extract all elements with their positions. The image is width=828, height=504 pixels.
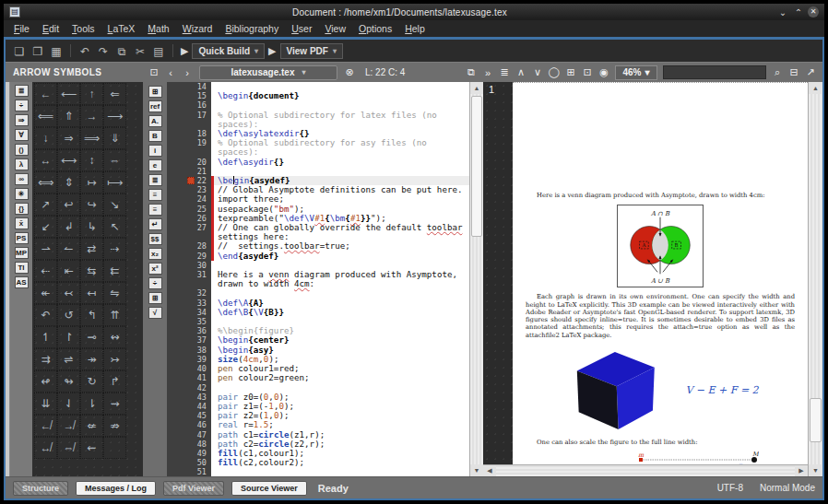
line-number-gutter[interactable]: 48 [167,440,211,449]
arrow-symbol[interactable]: ↠ [80,348,103,370]
arrow-symbol[interactable]: ↮ [34,437,57,459]
line-number-gutter[interactable]: 17 [167,111,211,129]
pdf-scroll-track[interactable] [809,94,822,464]
arrow-symbol[interactable]: ⟷ [57,149,80,171]
arrow-symbol[interactable]: ⟸ [34,105,57,127]
code-line[interactable]: 43pair z0=(0,0); [167,393,469,402]
minimize-button[interactable]: ⌄ [776,7,789,18]
scroll-up-icon[interactable]: ▲ [474,82,480,94]
code-line[interactable]: 38\begin{asy} [167,346,469,355]
accents-icon[interactable]: x̄ [15,217,29,229]
arrow-symbol[interactable]: ↼ [57,238,80,260]
fit-page-icon[interactable]: ⊡ [580,66,595,78]
line-number-gutter[interactable]: 43 [167,393,211,402]
arrow-symbol[interactable]: ↰ [80,304,103,326]
code-line[interactable]: 35 [167,317,469,326]
code-line[interactable]: 39size(4cm,0); [167,355,469,364]
menu-help[interactable]: Help [398,23,432,34]
arrow-symbol[interactable]: ⟶ [103,105,126,127]
ref-icon[interactable]: ref [148,100,162,112]
arrow-symbol[interactable]: ⟼ [103,171,126,193]
description-icon[interactable]: ≡ [148,204,162,216]
open-file-selector[interactable]: latexusage.tex ▾ [199,65,337,80]
misc-text-symbols-icon[interactable]: ∞ [15,173,29,185]
line-number-gutter[interactable]: 46 [167,420,211,429]
line-number-gutter[interactable]: 40 [167,364,211,373]
relation-symbols-icon[interactable]: ÷ [15,100,29,111]
overflow-chevron-icon[interactable]: » [480,67,495,78]
line-number-gutter[interactable]: 30 [167,261,211,270]
code-line[interactable]: 24import three; [167,194,469,204]
structure-panel-icon[interactable]: ≣ [15,85,29,97]
scroll-up-icon[interactable]: ▲ [812,82,819,94]
code-editor[interactable]: 1415\begin{document}1617% Optional subdi… [167,82,469,476]
run-quick-build-icon[interactable]: ▶ [181,45,188,57]
italic-icon[interactable]: i [148,145,162,157]
pdf-vertical-scrollbar[interactable]: ▲ ▼ [808,82,822,476]
arrow-symbol[interactable]: ↛ [57,415,80,437]
scroll-down-icon[interactable]: ▼ [474,464,480,476]
arrow-symbol[interactable]: ↲ [57,216,80,238]
code-line[interactable]: 42 [167,383,469,393]
line-number-gutter[interactable]: 38 [167,346,211,355]
arrow-symbol[interactable]: ⇒ [57,127,80,149]
most-used-symbols-icon[interactable]: ✳ [15,188,29,200]
line-number-gutter[interactable]: 47 [167,430,211,440]
pdf-page[interactable]: Here is a venn diagram produced with Asy… [513,82,808,464]
pstricks-icon[interactable]: PS [15,232,29,244]
new-document-icon[interactable]: ❏ [11,42,28,59]
arrow-symbol[interactable]: ↑ [80,83,103,105]
arrow-symbol[interactable]: ↔ [34,149,57,171]
line-number-gutter[interactable]: 27 [167,223,211,241]
arrow-symbol[interactable]: ⇃ [57,393,80,415]
line-number-gutter[interactable]: 21 [167,167,211,176]
arrow-symbol[interactable]: ⟺ [34,171,57,193]
code-line[interactable]: 33\def\A{A} [167,299,469,308]
bold-icon[interactable]: B [148,130,162,142]
arrow-symbol[interactable]: ⇢ [103,238,126,260]
line-number-gutter[interactable]: 19 [167,138,211,157]
arrow-symbol[interactable]: ⇑ [57,105,80,127]
arrow-symbol[interactable]: ⇋ [103,282,126,304]
code-line[interactable]: 50fill(c2,colour2); [167,458,469,467]
menu-math[interactable]: Math [141,23,175,34]
greek-letters-icon[interactable]: λ [15,158,29,170]
pdf-page-number[interactable]: 1 [489,84,494,95]
view-pdf-button[interactable]: View PDF ▾ [280,43,343,59]
pdf-scroll-thumb[interactable] [810,398,822,442]
code-line[interactable]: 17% Optional subdirectory for latex file… [167,111,469,129]
arrow-symbol[interactable]: ⇂ [80,393,103,415]
zoom-level-selector[interactable]: 46% ▾ [615,65,657,80]
scroll-left-icon[interactable]: ◀ [483,467,496,475]
copy-icon[interactable]: ⧉ [113,42,130,59]
arrow-symbol[interactable]: ← [34,83,57,105]
code-line[interactable]: 49fill(c1,colour1); [167,449,469,458]
code-line[interactable]: 37\begin{center} [167,335,469,345]
arrow-symbol[interactable]: ↕ [80,149,103,171]
menu-edit[interactable]: Edit [36,23,65,34]
arrow-symbol[interactable]: ⇎ [57,437,80,459]
code-line[interactable]: 32 [167,288,469,298]
line-number-gutter[interactable]: 28 [167,241,211,251]
bookmark-icon[interactable] [187,177,195,184]
line-number-gutter[interactable]: 16 [167,100,211,110]
menu-user[interactable]: User [285,23,318,34]
asymptote-icon[interactable]: AS [15,276,29,288]
save-icon[interactable]: ▦ [48,42,65,59]
arrow-symbol[interactable]: ⇆ [80,260,103,282]
arrow-symbol[interactable]: ↿ [34,326,57,348]
arrow-symbol[interactable]: ⇔ [103,149,126,171]
arrow-symbol[interactable]: ⇏ [103,415,126,437]
font-icon[interactable]: A. [148,115,162,127]
arrow-symbol[interactable] [103,437,126,459]
tikz-icon[interactable]: TI [15,262,29,274]
editor-scroll-thumb[interactable] [471,96,482,237]
arrow-symbol[interactable]: ↓ [34,127,57,149]
arrow-symbol[interactable]: ↦ [80,171,103,193]
status-tab-messages-log[interactable]: Messages / Log [76,481,156,496]
code-line[interactable]: 29\end{asydef} [167,252,469,261]
line-number-gutter[interactable]: 31 [167,270,211,288]
arrow-symbol[interactable]: ↙ [34,216,57,238]
run-view-pdf-icon[interactable]: ▶ [268,45,276,57]
delimiters-icon[interactable]: () [15,144,29,156]
